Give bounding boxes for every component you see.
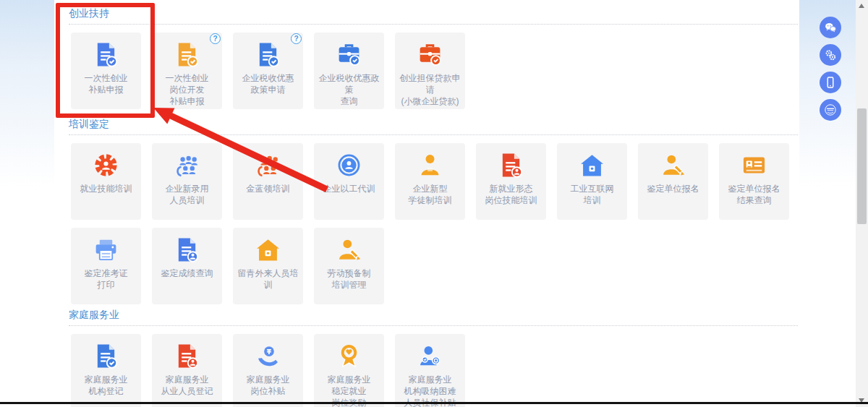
service-tile-label: 家庭服务业 从业人员登记 xyxy=(153,374,221,397)
id-card-icon xyxy=(741,153,767,178)
service-tile-label: 就业技能培训 xyxy=(72,183,140,194)
person-pencil-icon xyxy=(660,153,686,178)
mobile-app-button[interactable] xyxy=(820,72,841,93)
service-tile[interactable]: 金蓝领培训 xyxy=(233,143,303,220)
service-tile-label: 新就业形态 岗位技能培训 xyxy=(477,183,545,206)
service-tile-label: 劳动预备制 培训管理 xyxy=(315,267,383,291)
service-tile[interactable]: 企业以工代训 xyxy=(314,143,384,220)
tile-row: 鉴定准考证 打印鉴定成绩查询留青外来人员培训劳动预备制 培训管理 xyxy=(71,228,799,304)
service-logo-icon xyxy=(823,103,838,117)
tile-row: 就业技能培训企业新录用 人员培训金蓝领培训企业以工代训企业新型 学徒制培训新就业… xyxy=(71,143,799,220)
circle-person-icon xyxy=(336,153,362,178)
service-tile-label: 一次性创业 岗位开发 补贴申报 xyxy=(153,72,221,107)
service-tile[interactable]: 劳动预备制 培训管理 xyxy=(314,228,384,304)
doc-person-icon xyxy=(174,343,200,369)
service-tile-label: 鉴定单位报名 xyxy=(639,183,707,194)
miniprogram-button[interactable] xyxy=(820,44,841,66)
service-tile[interactable]: 家庭服务业 机构吸纳困难 人员社保补贴 及岗位补贴 xyxy=(395,334,465,407)
gear-person-icon xyxy=(93,153,119,178)
section-1: 培训鉴定就业技能培训企业新录用 人员培训金蓝领培训企业以工代训企业新型 学徒制培… xyxy=(54,111,799,311)
service-tile-label: 鉴定单位报名 结果查询 xyxy=(720,183,788,206)
service-tile-label: 企业税收优惠 政策申请 xyxy=(234,72,302,95)
people-group-icon xyxy=(255,153,281,178)
house-icon xyxy=(255,237,281,262)
service-tile[interactable]: 家庭服务业 稳定就业 岗位奖励 xyxy=(314,334,384,407)
tile-row: 一次性创业 补贴申报?一次性创业 岗位开发 补贴申报?企业税收优惠 政策申请企业… xyxy=(71,33,799,109)
service-tile-label: 企业新型 学徒制培训 xyxy=(396,183,464,206)
service-tile-label: 金蓝领培训 xyxy=(234,183,302,194)
service-tile[interactable]: 家庭服务业 从业人员登记 xyxy=(152,334,222,407)
section-divider xyxy=(69,134,798,135)
mobile-icon xyxy=(823,75,838,90)
service-tile[interactable]: ?企业税收优惠 政策申请 xyxy=(233,33,303,109)
service-tile[interactable]: 鉴定单位报名 结果查询 xyxy=(719,143,789,220)
service-tile[interactable]: 企业新型 学徒制培训 xyxy=(395,143,465,220)
tile-row: 家庭服务业 机构登记家庭服务业 从业人员登记家庭服务业 岗位补贴家庭服务业 稳定… xyxy=(71,334,799,407)
service-tile[interactable]: 家庭服务业 岗位补贴 xyxy=(233,334,303,407)
service-tile[interactable]: 鉴定成绩查询 xyxy=(152,228,222,304)
service-tile[interactable]: 新就业形态 岗位技能培训 xyxy=(476,143,546,220)
doc-check-icon xyxy=(93,42,119,67)
service-tile-label: 企业税收优惠政策 查询 xyxy=(315,72,383,107)
section-title: 创业扶持 xyxy=(69,6,799,20)
wechat-icon xyxy=(823,20,838,35)
service-tile-label: 工业互联网 培训 xyxy=(558,183,626,206)
briefcase-icon xyxy=(336,42,362,67)
service-tile-label: 企业以工代训 xyxy=(315,183,383,194)
doc-check-icon xyxy=(93,343,119,369)
help-badge-icon[interactable]: ? xyxy=(210,33,221,44)
doc-check-icon xyxy=(255,42,281,67)
service-tile-label: 留青外来人员培训 xyxy=(234,267,302,291)
people-group-icon xyxy=(174,153,200,178)
medal-icon xyxy=(336,343,362,369)
wechat-button[interactable] xyxy=(820,17,841,38)
section-title: 培训鉴定 xyxy=(69,116,799,131)
miniprogram-icon xyxy=(823,48,838,62)
hand-coin-icon xyxy=(255,343,281,369)
person-duo-icon xyxy=(417,343,443,369)
section-divider xyxy=(69,325,798,326)
doc-person-icon xyxy=(174,237,200,262)
service-tile[interactable]: 工业互联网 培训 xyxy=(557,143,627,220)
section-title: 家庭服务业 xyxy=(69,307,799,322)
doc-check-icon xyxy=(174,42,200,67)
briefcase-icon xyxy=(417,42,443,67)
floating-toolbar xyxy=(820,17,841,127)
service-tile-label: 企业新录用 人员培训 xyxy=(153,183,221,206)
page-scrollbar[interactable] xyxy=(856,0,868,407)
section-0: 创业扶持一次性创业 补贴申报?一次性创业 岗位开发 补贴申报?企业税收优惠 政策… xyxy=(54,0,799,116)
house-icon xyxy=(579,153,605,178)
scrollbar-thumb[interactable] xyxy=(857,108,867,224)
service-tile-label: 一次性创业 补贴申报 xyxy=(72,72,140,95)
person-pencil-icon xyxy=(336,237,362,262)
service-tile[interactable]: 企业税收优惠政策 查询 xyxy=(314,33,384,109)
help-badge-icon[interactable]: ? xyxy=(291,33,302,44)
printer-icon xyxy=(93,237,119,262)
service-tile[interactable]: 一次性创业 补贴申报 xyxy=(71,33,141,109)
service-logo-button[interactable] xyxy=(820,99,841,121)
person-icon xyxy=(417,153,443,178)
service-tile[interactable]: 家庭服务业 机构登记 xyxy=(71,334,141,407)
service-tile[interactable]: 留青外来人员培训 xyxy=(233,228,303,304)
service-tile[interactable]: 企业新录用 人员培训 xyxy=(152,143,222,220)
section-2: 家庭服务业家庭服务业 机构登记家庭服务业 从业人员登记家庭服务业 岗位补贴家庭服… xyxy=(54,301,799,407)
scroll-up-icon[interactable] xyxy=(859,4,864,8)
service-tile-label: 鉴定准考证 打印 xyxy=(72,267,140,291)
service-tile-label: 鉴定成绩查询 xyxy=(153,267,221,279)
service-tile-label: 家庭服务业 岗位补贴 xyxy=(234,374,302,397)
content-area: 创业扶持一次性创业 补贴申报?一次性创业 岗位开发 补贴申报?企业税收优惠 政策… xyxy=(54,0,799,407)
bottom-divider xyxy=(0,402,868,404)
doc-person-icon xyxy=(498,153,524,178)
service-tile[interactable]: ?一次性创业 岗位开发 补贴申报 xyxy=(152,33,222,109)
service-tile[interactable]: 鉴定准考证 打印 xyxy=(71,228,141,304)
service-tile-label: 创业担保贷款申请 (小微企业贷款) xyxy=(396,72,464,107)
service-tile-label: 家庭服务业 机构登记 xyxy=(72,374,140,397)
service-tile[interactable]: 鉴定单位报名 xyxy=(638,143,708,220)
service-tile[interactable]: 创业担保贷款申请 (小微企业贷款) xyxy=(395,33,465,109)
service-tile[interactable]: 就业技能培训 xyxy=(71,143,141,220)
section-divider xyxy=(69,24,798,25)
